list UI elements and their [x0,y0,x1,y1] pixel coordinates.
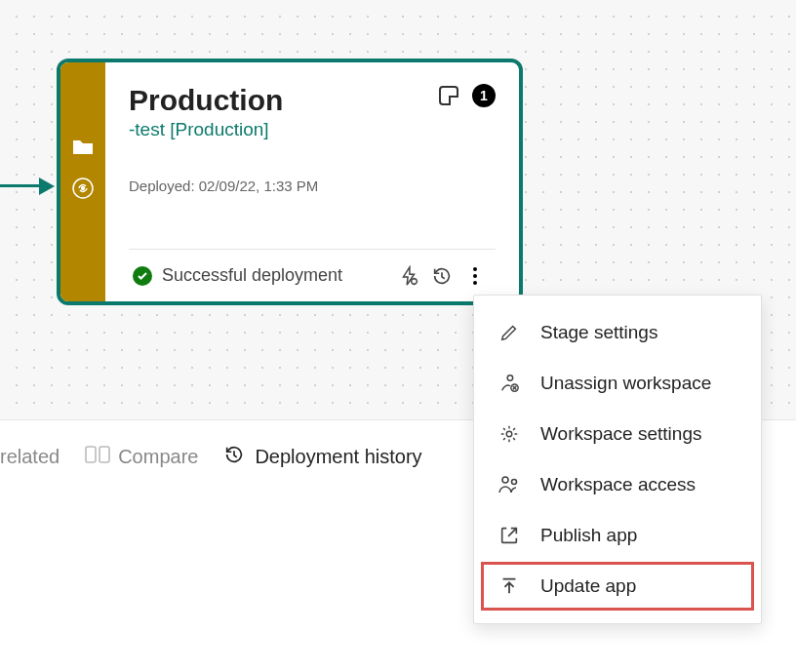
menu-label: Workspace settings [540,423,701,445]
stage-subtitle[interactable]: -test [Production] [129,119,283,140]
menu-label: Publish app [540,525,637,546]
card-side-rail [60,62,105,301]
menu-unassign-workspace[interactable]: Unassign workspace [474,358,761,409]
menu-label: Unassign workspace [540,373,711,394]
svg-rect-11 [86,447,96,462]
svg-point-6 [507,376,513,381]
svg-point-3 [473,267,477,271]
folder-icon [71,138,95,160]
sync-badge-icon [72,178,94,203]
menu-publish-app[interactable]: Publish app [474,510,761,561]
menu-workspace-access[interactable]: Workspace access [474,459,761,510]
svg-point-1 [81,186,85,190]
upload-icon [498,574,521,598]
tab-deployment-history[interactable]: Deployment history [223,444,421,470]
svg-rect-12 [100,447,109,462]
menu-label: Update app [540,575,636,597]
deployment-status: Successful deployment [162,265,392,286]
note-icon[interactable] [439,86,458,105]
tab-compare[interactable]: Compare [85,445,198,469]
svg-point-9 [502,477,508,483]
stage-context-menu: Stage settings Unassign workspace Worksp… [473,295,762,624]
menu-stage-settings[interactable]: Stage settings [474,307,761,358]
menu-workspace-settings[interactable]: Workspace settings [474,409,761,459]
svg-point-8 [506,431,512,437]
people-icon [498,473,521,496]
tab-related[interactable]: related [0,446,60,468]
svg-point-2 [412,278,418,284]
pencil-icon [498,321,521,344]
history-icon[interactable] [425,259,458,293]
deployment-rules-icon[interactable] [392,259,425,293]
production-stage-card: Production -test [Production] 1 Deployed… [57,59,523,305]
compare-icon [85,445,110,469]
svg-point-10 [512,480,517,485]
more-options-button[interactable] [458,259,492,293]
deployed-timestamp: Deployed: 02/09/22, 1:33 PM [129,178,496,194]
svg-point-5 [473,281,477,285]
svg-point-4 [473,274,477,278]
count-badge[interactable]: 1 [472,84,496,107]
menu-update-app[interactable]: Update app [480,561,755,612]
stage-title: Production [129,84,283,117]
unassign-icon [498,372,521,395]
history-icon [223,444,245,470]
menu-label: Stage settings [540,322,657,343]
external-link-icon [498,524,521,547]
gear-icon [498,422,521,446]
success-icon [133,266,152,286]
menu-label: Workspace access [540,474,696,495]
connector-arrow [0,181,57,189]
